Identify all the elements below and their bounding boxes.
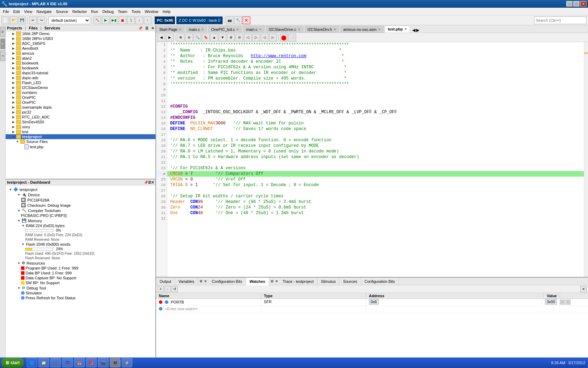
ed-btn7[interactable]: ▲	[210, 34, 218, 41]
redo-btn[interactable]: ↪	[37, 16, 45, 24]
tree-item-adc[interactable]: ▶ ADC_1MSPS	[6, 41, 155, 46]
tree-item-flashled[interactable]: ▶ Flash_LED	[6, 80, 155, 85]
tree-item-onepic2[interactable]: ▶ OnePIC	[6, 100, 155, 105]
tab-close-icon[interactable]: ✕	[298, 28, 301, 31]
ed-btn3[interactable]: ⊕	[177, 34, 184, 41]
tree-item-bookwork1[interactable]: ▶ bookwork	[6, 61, 155, 66]
services-tab[interactable]: Services	[44, 26, 60, 30]
save-btn[interactable]: 💾	[18, 16, 26, 24]
bottom-tab-stimulus[interactable]: Stimulus	[317, 278, 340, 285]
watches-add-btn[interactable]: +	[158, 286, 164, 292]
bottom-tab-cfg-close[interactable]: ✕	[204, 279, 208, 283]
tab-testpbp[interactable]: test.pbp ✕	[385, 26, 410, 33]
ed-btn6[interactable]: 🔖	[202, 34, 210, 41]
dash-flash-label[interactable]: ▼ Flash 2048 (0x800) words	[7, 242, 154, 247]
tabs-left-icon[interactable]: ◀	[412, 28, 415, 33]
dash-checksum[interactable]: 🔲 Checksum: Debug Image	[7, 203, 154, 208]
menu-source[interactable]: Source	[54, 9, 70, 14]
bottom-tab-trace[interactable]: Trace - testproject	[279, 278, 317, 285]
tree-item-amicus[interactable]: ▶ amicus	[6, 51, 155, 56]
tree-item-dspicadc[interactable]: ▶ dspic-adc	[6, 75, 155, 80]
menu-debug[interactable]: Debug	[100, 9, 115, 14]
menu-file[interactable]: File	[1, 9, 11, 14]
ed-btn11[interactable]: ◁	[244, 34, 252, 41]
dashboard-pin-icon[interactable]: 📌	[144, 180, 148, 184]
dash-compiler-name[interactable]: PICBASIC-PRO [C:\PBP3]	[7, 213, 154, 218]
menu-window[interactable]: Window	[142, 9, 160, 14]
watch-btn2[interactable]: □	[566, 300, 570, 305]
ed-btn5[interactable]: 🔍	[194, 34, 201, 41]
taskbar-mplab[interactable]: M	[110, 358, 120, 367]
tab-close-icon[interactable]: ✕	[378, 28, 381, 31]
bottom-tab-variables[interactable]: Variables	[175, 278, 198, 285]
tree-item-dspic33[interactable]: ▶ dspic33-tutorial	[6, 70, 155, 75]
bottom-tab-watches[interactable]: Watches	[246, 278, 269, 285]
tree-item-pic32[interactable]: ▶ pic32	[6, 110, 155, 115]
close-button[interactable]: ✕	[580, 1, 587, 7]
debug-btn[interactable]: ▶▮	[110, 16, 118, 24]
watch-btn1[interactable]: □	[560, 300, 565, 305]
tree-item-atan2[interactable]: ▶ atan2	[6, 56, 155, 61]
watches-close-btn[interactable]: ✕	[580, 286, 587, 292]
tree-item-sony[interactable]: ▶ sony	[6, 124, 155, 129]
dash-debug-section[interactable]: ▼ ⚙ Debug Tool	[7, 285, 154, 291]
tree-item-simdev[interactable]: ▶ SimDev4550	[6, 120, 155, 124]
ed-btn14[interactable]: ▷	[269, 34, 277, 41]
taskbar-mediaplayer[interactable]: 🎵	[50, 358, 61, 367]
projects-close-icon[interactable]: ✕	[151, 26, 154, 30]
taskbar-shield[interactable]: 🛡	[62, 358, 73, 367]
dash-device-section[interactable]: ▼ 🔌 Device	[7, 192, 154, 197]
tree-item-16bit28p[interactable]: ▶ 16bit 28P Demo	[6, 31, 155, 36]
taskbar-media[interactable]: 🎬	[98, 358, 108, 367]
ed-btn9[interactable]: ⊕	[227, 34, 235, 41]
dashboard-close-icon[interactable]: ✕	[151, 180, 154, 184]
menu-refactor[interactable]: Refactor	[70, 9, 89, 14]
menu-navigate[interactable]: Navigate	[34, 9, 54, 14]
dash-device-pic[interactable]: 🔲 PIC16F628A	[7, 197, 154, 203]
bottom-tab-confbits2[interactable]: Configuration Bits	[361, 278, 399, 285]
tree-item-test[interactable]: ▶ test	[6, 129, 155, 134]
files-tab[interactable]: Files	[29, 26, 38, 30]
nav-btn-3[interactable]: T	[0, 50, 5, 61]
taskbar-pdf[interactable]: 📕	[86, 358, 97, 367]
dash-memory-section[interactable]: ▼ 💾 Memory	[7, 218, 154, 223]
menu-edit[interactable]: Edit	[11, 9, 22, 14]
run-btn[interactable]: ▶	[102, 16, 110, 24]
tab-i2cdrv[interactable]: I2CSlaveDrv.h ✕	[304, 26, 340, 33]
step-out-btn[interactable]: ↑	[144, 16, 152, 24]
minimize-button[interactable]: ─	[566, 1, 573, 7]
tab-mainc[interactable]: main.c ✕	[186, 26, 207, 33]
search-input[interactable]	[534, 16, 587, 24]
tab-close-icon[interactable]: ✕	[236, 28, 239, 31]
taskbar-explorer[interactable]: 📁	[38, 358, 49, 367]
bottom-tab-confbits[interactable]: Configuration Bits	[208, 278, 246, 285]
tab-close-icon[interactable]: ✕	[334, 28, 336, 31]
tab-amicus[interactable]: amicus-no-osc.asm ✕	[340, 26, 384, 33]
watches-ref-btn[interactable]: ↺	[172, 286, 178, 292]
cam-btn[interactable]: 📷	[226, 16, 233, 24]
projects-pin-icon[interactable]: 📌	[138, 26, 142, 30]
dash-ram-label[interactable]: ▼ RAM 224 (0xE0) bytes	[7, 223, 154, 228]
menu-help[interactable]: Help	[161, 9, 173, 14]
bottom-tab-cfg-icon[interactable]: ⚙	[198, 279, 204, 283]
wrench-btn[interactable]: 🔧	[234, 16, 242, 24]
watches-del-btn[interactable]: -	[164, 286, 171, 292]
ed-btn12[interactable]: ▷	[252, 34, 260, 41]
bottom-tab-output[interactable]: Output	[156, 278, 175, 285]
tab-start-page[interactable]: Start Page ✕	[156, 26, 185, 33]
tab-close-icon[interactable]: ✕	[201, 28, 204, 31]
ed-btn1[interactable]: ◀	[158, 34, 165, 41]
tree-item-onepic1[interactable]: ▶ OnePIC	[6, 95, 155, 100]
build-btn[interactable]: 🔨	[93, 16, 101, 24]
stop-btn[interactable]: ■	[119, 16, 126, 24]
dash-compiler-section[interactable]: ▼ 🔨 Compiler Toolchain	[7, 208, 154, 213]
taskbar-firefox[interactable]: 🦊	[74, 358, 85, 367]
open-btn[interactable]: 📂	[10, 16, 18, 24]
menu-team[interactable]: Team	[116, 9, 130, 14]
new-btn[interactable]: 📄	[1, 16, 9, 24]
tab-onepic-lcd[interactable]: OnePIC_lcd.c ✕	[208, 26, 242, 33]
profile-dropdown[interactable]: default (active)	[48, 16, 90, 24]
bottom-tab-sources[interactable]: Sources	[340, 278, 361, 285]
tree-item-oversample[interactable]: ▶ oversample dspic	[6, 105, 155, 110]
tree-item-16bit28pin[interactable]: ▶ 16Bit 28Pin USB3	[6, 36, 155, 41]
